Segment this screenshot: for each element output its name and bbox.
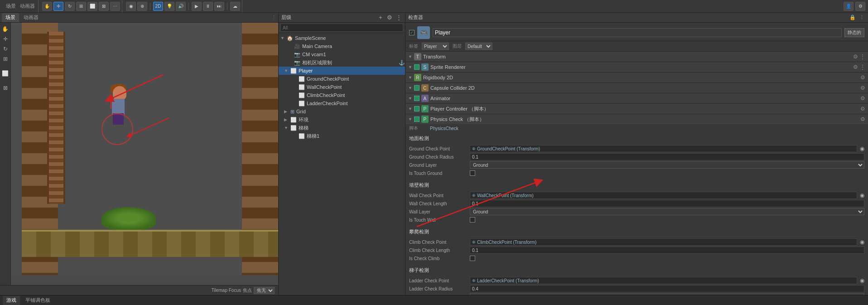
scene-icon-scale[interactable]: ⊞	[1, 54, 10, 63]
is-touch-ground-checkbox[interactable]	[470, 170, 475, 176]
hierarchy-item-player[interactable]: ▼ ⬜ Player	[279, 67, 405, 75]
hierarchy-item-grid[interactable]: ▶ ⊞ Grid	[279, 107, 405, 116]
animator-header[interactable]: ▼ A Animator ⚙	[405, 93, 868, 103]
capsule-collider2d-header[interactable]: ▼ C Capsule Collider 2D ⚙	[405, 83, 868, 93]
hierarchy-item-groundcheckpoint[interactable]: ▶ ⬜ GroundCheckPoint	[279, 75, 405, 83]
hierarchy-settings-btn[interactable]: ⚙	[386, 14, 393, 21]
capsule-collider2d-settings-icon[interactable]: ⚙	[860, 85, 865, 91]
hierarchy-dots-btn[interactable]: ⋮	[395, 14, 402, 21]
object-name-input[interactable]	[433, 28, 842, 37]
scene-tab[interactable]: 场景	[2, 13, 19, 22]
climb-check-length-value[interactable]: 0.1	[470, 247, 864, 254]
rotate-tool[interactable]: ↻	[65, 2, 75, 11]
animator-settings-icon[interactable]: ⚙	[860, 95, 865, 102]
hand-tool[interactable]: ✋	[42, 2, 52, 11]
rigidbody2d-settings-icon[interactable]: ⚙	[860, 74, 865, 81]
player-controller-checkbox[interactable]	[414, 106, 420, 111]
global-btn[interactable]: ⊕	[137, 2, 147, 11]
hierarchy-item-samplescene[interactable]: ▼ 🏠 SampleScene	[279, 34, 405, 42]
climb-checkpoint-picker-icon[interactable]: ◉	[860, 239, 864, 245]
scene-icon-hand[interactable]: ✋	[1, 24, 10, 34]
player-controller-settings-icon[interactable]: ⚙	[860, 106, 865, 112]
ground-check-point-value[interactable]: ⊕ GroundCheckPoint (Transform)	[470, 145, 857, 152]
audio-btn[interactable]: 🔊	[176, 2, 186, 11]
bottom-tab-game[interactable]: 游戏	[3, 296, 20, 305]
sprite-renderer-more-icon[interactable]: ⋮	[860, 64, 865, 70]
play-btn[interactable]: ▶	[192, 2, 202, 11]
ladder-checkpoint-picker-icon[interactable]: ◉	[860, 277, 864, 284]
rigidbody2d-header[interactable]: ▼ R Rigidbody 2D ⚙	[405, 73, 868, 82]
layer-select[interactable]: Default	[465, 43, 492, 50]
move-tool[interactable]: ✛	[53, 2, 63, 11]
hierarchy-item-laddercheckpoint[interactable]: ▶ ⬜ LadderCheckPoint	[279, 99, 405, 107]
is-touch-wall-checkbox[interactable]	[470, 217, 475, 223]
extra-tool[interactable]: ⋯	[110, 2, 120, 11]
settings-btn[interactable]: ⚙	[855, 2, 865, 11]
component-transform-header[interactable]: ▼ T Transform ⚙ ⋮	[405, 52, 868, 62]
ladder-check-point-value[interactable]: ⊕ LadderCheckPoint (Transform)	[470, 277, 857, 284]
scene-tab-label: 场景	[5, 3, 17, 10]
arrow-samplescene: ▼	[280, 36, 285, 40]
collab-btn[interactable]: ☁	[230, 2, 240, 11]
hierarchy-search-input[interactable]	[280, 24, 403, 32]
hierarchy-item-cameraregion[interactable]: ▶ 📷 相机区域限制 ⚓	[279, 58, 405, 67]
inspector-dots-btn[interactable]: ⋮	[858, 14, 865, 21]
pause-btn[interactable]: ⏸	[203, 2, 213, 11]
scene-panel-tabs: 场景 动画器 ⋮	[0, 13, 278, 23]
physics-check-checkbox[interactable]	[414, 116, 420, 122]
tag-select[interactable]: Player	[422, 43, 449, 50]
hierarchy-item-environment[interactable]: ▶ ⬜ 环境	[279, 116, 405, 124]
wall-checkpoint-picker-icon[interactable]: ◉	[860, 192, 864, 198]
player-controller-header[interactable]: ▼ P Player Controller （脚本） ⚙	[405, 104, 868, 114]
transform-tool[interactable]: ⊠	[99, 2, 109, 11]
climb-detection-section: 攀爬检测 Climb Check Point ⊕ ClimbCheckPoint…	[405, 226, 868, 264]
static-button[interactable]: 静态的	[844, 28, 864, 37]
hierarchy-item-ladder1[interactable]: ▶ ⬜ 梯梯1	[279, 132, 405, 140]
sprite-renderer-settings-icon[interactable]: ⚙	[853, 64, 858, 70]
scene-icon-move[interactable]: ✛	[1, 34, 10, 44]
hierarchy-item-maincamera[interactable]: ▶ 🎥 Main Camera	[279, 42, 405, 50]
hierarchy-add-btn[interactable]: +	[377, 14, 384, 21]
scene-icon-custom[interactable]: ⊠	[1, 83, 10, 92]
label-cmvcam1: CM vcam1	[302, 52, 326, 57]
hierarchy-item-climbcheckpoint[interactable]: ▶ ⬜ ClimbCheckPoint	[279, 91, 405, 99]
light-btn[interactable]: 💡	[164, 2, 174, 11]
mode-2d-btn[interactable]: 2D	[153, 2, 163, 11]
center-tools: ◉ ⊕ 2D 💡 🔊 ▶ ⏸ ⏭ ☁	[124, 0, 242, 12]
ladder-check-radius-value[interactable]: 0.4	[470, 285, 864, 292]
hierarchy-item-ladder[interactable]: ▼ ⬜ 梯梯	[279, 124, 405, 132]
transform-settings-icon[interactable]: ⚙	[853, 53, 858, 60]
sprite-renderer-checkbox[interactable]	[414, 64, 420, 70]
wall-check-point-value[interactable]: ⊕ WallCheckPoint (Transform)	[470, 192, 857, 199]
account-btn[interactable]: 👤	[844, 2, 854, 11]
physics-check-header[interactable]: ▼ P Physics Check （脚本） ⚙	[405, 114, 868, 124]
scene-icon-rect[interactable]: ⬜	[1, 69, 10, 78]
climb-check-point-value[interactable]: ⊕ ClimbCheckPoint (Transform)	[470, 238, 857, 246]
bottom-tab-tilemap[interactable]: 平铺调色板	[22, 296, 54, 305]
object-enable-checkbox[interactable]	[409, 30, 415, 35]
pivot-btn[interactable]: ◉	[126, 2, 136, 11]
capsule-collider2d-checkbox[interactable]	[414, 85, 420, 91]
physics-check-settings-icon[interactable]: ⚙	[860, 116, 865, 122]
animator-checkbox[interactable]	[414, 96, 420, 101]
is-check-climb-checkbox[interactable]	[470, 256, 475, 261]
ground-check-radius-value[interactable]: 0.1	[470, 153, 864, 160]
wall-layer-select[interactable]: Ground	[470, 208, 864, 215]
hierarchy-item-cmvcam1[interactable]: ▶ 📷 CM vcam1	[279, 50, 405, 58]
transform-more-icon[interactable]: ⋮	[860, 53, 865, 60]
climb-checkpoint-ref-text: ClimbCheckPoint (Transform)	[477, 240, 536, 245]
wall-check-length-value[interactable]: 0.1	[470, 200, 864, 207]
ground-checkpoint-picker-icon[interactable]: ◉	[860, 145, 864, 152]
sprite-renderer-header[interactable]: ▼ S Sprite Renderer ⚙ ⋮	[405, 62, 868, 72]
inspector-lock-btn[interactable]: 🔒	[849, 14, 856, 21]
animator-tab[interactable]: 动画器	[20, 13, 42, 22]
scale-tool[interactable]: ⊞	[76, 2, 86, 11]
ground-layer-select[interactable]: Ground	[470, 161, 864, 169]
focus-select[interactable]: 焦无	[254, 287, 275, 294]
step-btn[interactable]: ⏭	[214, 2, 224, 11]
wall-check-point-field: Wall Check Point ⊕ WallCheckPoint (Trans…	[409, 191, 864, 199]
hierarchy-item-wallcheckpoint[interactable]: ▶ ⬜ WallCheckPoint	[279, 83, 405, 91]
scene-icon-rotate[interactable]: ↻	[1, 44, 10, 53]
rect-tool[interactable]: ⬜	[87, 2, 97, 11]
panel-dots[interactable]: ⋮	[271, 15, 276, 20]
